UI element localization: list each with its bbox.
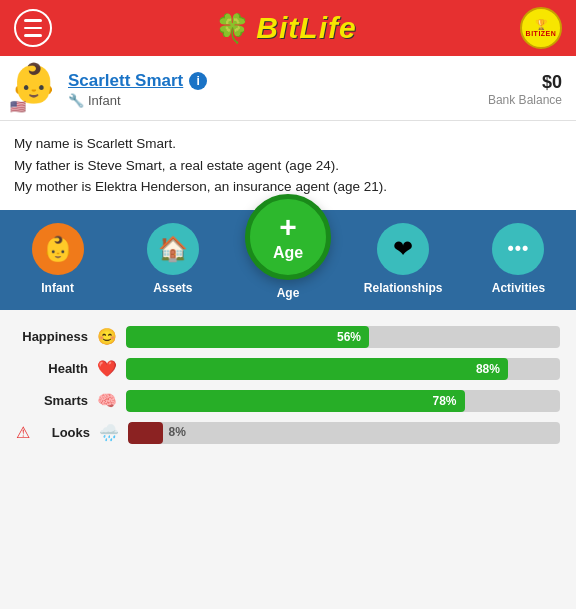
nav-item-activities[interactable]: ••• Activities [461, 223, 576, 295]
profile-left: 👶 🇺🇸 Scarlett Smart i 🔧 Infant [10, 64, 207, 114]
smarts-bar: 78% [126, 390, 465, 412]
looks-label: Looks [38, 425, 90, 440]
bitizen-badge[interactable]: 🏆 BITIZEN [520, 7, 562, 49]
activities-circle: ••• [492, 223, 544, 275]
happiness-label: Happiness [16, 329, 88, 344]
relationships-icon: ❤ [393, 235, 413, 263]
happiness-bar: 56% [126, 326, 369, 348]
stat-row-happiness: Happiness 😊 56% [16, 326, 560, 348]
assets-label: Assets [153, 281, 192, 295]
health-pct: 88% [476, 362, 500, 376]
relationships-label: Relationships [364, 281, 443, 295]
stat-row-smarts: Smarts 🧠 78% [16, 390, 560, 412]
looks-pct-outside: 8% [169, 425, 186, 439]
smarts-pct: 78% [432, 394, 456, 408]
assets-icon: 🏠 [158, 235, 188, 263]
app-logo: 🍀 BitLife [215, 11, 356, 45]
age-text: Age [273, 244, 303, 262]
health-bar-wrap: 88% [126, 358, 560, 380]
logo-icon: 🍀 [215, 12, 250, 45]
profile-age: 🔧 Infant [68, 93, 207, 108]
bio-line-1: My name is Scarlett Smart. [14, 133, 562, 155]
smarts-bar-wrap: 78% [126, 390, 560, 412]
health-bar: 88% [126, 358, 508, 380]
profile-row: 👶 🇺🇸 Scarlett Smart i 🔧 Infant $0 Bank B… [0, 56, 576, 121]
stat-row-health: Health ❤️ 88% [16, 358, 560, 380]
smarts-icon: 🧠 [96, 391, 118, 410]
app-header: 🍀 BitLife 🏆 BITIZEN [0, 0, 576, 56]
infant-label: Infant [41, 281, 74, 295]
info-icon[interactable]: i [189, 72, 207, 90]
infant-circle: 👶 [32, 223, 84, 275]
nav-item-relationships[interactable]: ❤ Relationships [346, 223, 461, 295]
logo-text: BitLife [256, 11, 356, 45]
assets-circle: 🏠 [147, 223, 199, 275]
happiness-icon: 😊 [96, 327, 118, 346]
profile-name-row: Scarlett Smart i [68, 71, 207, 91]
looks-bar-wrap: 8% [128, 422, 560, 444]
nav-item-infant[interactable]: 👶 Infant [0, 223, 115, 295]
stats-section: Happiness 😊 56% Health ❤️ 88% Smarts 🧠 7… [0, 310, 576, 464]
nav-bar: 👶 Infant 🏠 Assets + Age Age ❤ Relationsh… [0, 210, 576, 310]
stat-row-looks: ⚠ Looks 🌧️ 8% [16, 422, 560, 444]
age-plus-icon: + [279, 212, 297, 242]
age-button[interactable]: + Age [245, 194, 331, 280]
health-icon: ❤️ [96, 359, 118, 378]
relationships-circle: ❤ [377, 223, 429, 275]
happiness-pct: 56% [337, 330, 361, 344]
looks-icon: 🌧️ [98, 423, 120, 442]
profile-name[interactable]: Scarlett Smart [68, 71, 183, 91]
menu-button[interactable] [14, 9, 52, 47]
looks-bar [128, 422, 163, 444]
bank-label: Bank Balance [488, 93, 562, 107]
age-label: Infant [88, 93, 121, 108]
avatar: 👶 [10, 62, 57, 104]
bitizen-label: BITIZEN [526, 30, 557, 38]
nav-item-assets[interactable]: 🏠 Assets [115, 223, 230, 295]
warning-icon: ⚠ [16, 423, 30, 442]
flag-wrap: 🇺🇸 [10, 99, 26, 114]
bio-line-2: My father is Steve Smart, a real estate … [14, 155, 562, 177]
smarts-label: Smarts [16, 393, 88, 408]
activities-icon: ••• [507, 238, 529, 259]
avatar-wrap: 👶 🇺🇸 [10, 64, 60, 114]
activities-label: Activities [492, 281, 545, 295]
infant-icon: 👶 [43, 235, 73, 263]
bank-info: $0 Bank Balance [488, 72, 562, 107]
age-btn-wrap: + Age Age [230, 218, 345, 300]
happiness-bar-wrap: 56% [126, 326, 560, 348]
profile-info: Scarlett Smart i 🔧 Infant [68, 71, 207, 108]
bank-amount: $0 [488, 72, 562, 93]
flag-icon: 🇺🇸 [10, 99, 26, 114]
health-label: Health [16, 361, 88, 376]
age-label-below: Age [277, 286, 300, 300]
wrench-icon: 🔧 [68, 93, 84, 108]
